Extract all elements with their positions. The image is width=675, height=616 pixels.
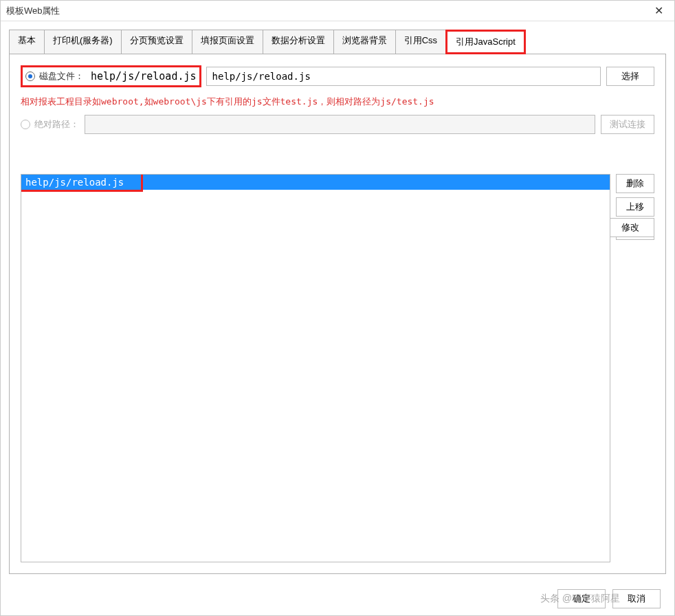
tab-browser-bg[interactable]: 浏览器背景: [333, 30, 396, 54]
dialog-window: 模板Web属性 ✕ 基本 打印机(服务器) 分页预览设置 填报页面设置 数据分析…: [0, 0, 675, 616]
modify-button[interactable]: 修改: [606, 218, 654, 237]
cancel-button[interactable]: 取消: [612, 589, 661, 608]
delete-button[interactable]: 删除: [616, 174, 654, 193]
tab-data-analysis[interactable]: 数据分析设置: [263, 30, 334, 54]
file-list[interactable]: help/js/reload.js: [21, 174, 610, 562]
tab-page-preview[interactable]: 分页预览设置: [121, 30, 192, 54]
ok-button[interactable]: 确定: [557, 589, 606, 608]
abs-path-radio-group[interactable]: 绝对路径：: [21, 118, 79, 131]
abs-path-row: 绝对路径： 测试连接: [21, 115, 654, 134]
hint-text: 相对报表工程目录如webroot,如webroot\js下有引用的js文件tes…: [21, 96, 654, 108]
abs-path-label: 绝对路径：: [34, 118, 79, 131]
disk-file-radio-group[interactable]: 磁盘文件：: [25, 70, 84, 82]
tab-form-page[interactable]: 填报页面设置: [192, 30, 263, 54]
disk-file-input[interactable]: [206, 67, 601, 86]
disk-file-value-preview: help/js/reload.js: [91, 70, 197, 82]
titlebar: 模板Web属性 ✕: [1, 1, 674, 21]
test-connection-button: 测试连接: [601, 115, 654, 134]
tab-printer[interactable]: 打印机(服务器): [44, 30, 122, 54]
select-button[interactable]: 选择: [606, 67, 654, 86]
disk-file-label: 磁盘文件：: [39, 70, 84, 82]
tab-basic[interactable]: 基本: [9, 30, 45, 54]
disk-file-row: 磁盘文件： help/js/reload.js 选择: [21, 65, 654, 87]
list-area: help/js/reload.js 删除 上移 下移: [21, 174, 654, 562]
tab-content: 磁盘文件： help/js/reload.js 选择 相对报表工程目录如webr…: [9, 54, 666, 574]
abs-path-input: [85, 115, 595, 134]
radio-abs-path[interactable]: [21, 120, 30, 129]
tab-bar: 基本 打印机(服务器) 分页预览设置 填报页面设置 数据分析设置 浏览器背景 引…: [1, 21, 674, 54]
dialog-footer: 确定 取消: [1, 582, 674, 615]
list-item[interactable]: help/js/reload.js: [21, 175, 610, 190]
radio-disk-file[interactable]: [25, 72, 35, 81]
tab-ref-css[interactable]: 引用Css: [395, 30, 446, 54]
close-icon[interactable]: ✕: [648, 1, 669, 21]
tab-ref-javascript[interactable]: 引用JavaScript: [445, 30, 526, 54]
move-up-button[interactable]: 上移: [616, 197, 654, 217]
disk-file-highlight: 磁盘文件： help/js/reload.js: [21, 65, 201, 87]
window-title: 模板Web属性: [6, 5, 60, 17]
